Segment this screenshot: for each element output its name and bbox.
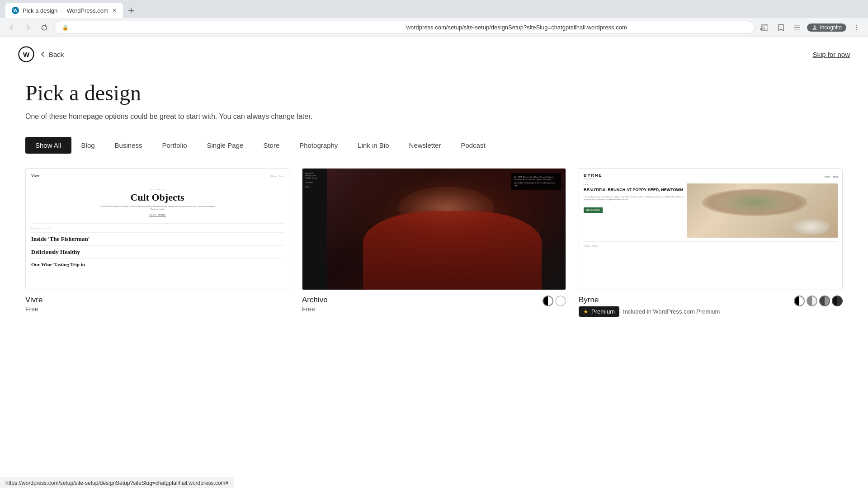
skip-for-now-link[interactable]: Skip for now (812, 51, 850, 58)
back-button[interactable]: Back (40, 51, 64, 58)
tab-close-button[interactable]: ✕ (112, 7, 117, 14)
byrne-style-4[interactable] (832, 296, 843, 306)
filter-tabs: Show All Blog Business Portfolio Single … (25, 137, 843, 154)
address-bar[interactable]: 🔒 wordpress.com/setup/site-setup/designS… (54, 21, 755, 34)
archivo-style-options (542, 296, 566, 306)
byrne-premium-included: Included in WordPress.com Premium (623, 308, 720, 315)
reload-button[interactable] (38, 21, 51, 34)
back-navigation-button[interactable] (5, 21, 18, 34)
filter-blog[interactable]: Blog (71, 137, 105, 154)
browser-status-bar: https://wordpress.com/setup/site-setup/d… (0, 478, 234, 488)
forward-navigation-button[interactable] (22, 21, 34, 34)
tab-title: Pick a design — WordPress.com (23, 7, 108, 14)
page-subtitle: One of these homepage options could be g… (25, 113, 843, 121)
filter-business[interactable]: Business (105, 137, 152, 154)
byrne-style-options (794, 296, 843, 306)
cast-icon[interactable] (758, 21, 771, 34)
filter-link-in-bio[interactable]: Link in Bio (348, 137, 399, 154)
archivo-preview: May 1973Wim CrouwelGraphic designCincinn… (302, 168, 566, 290)
filter-single-page[interactable]: Single Page (197, 137, 253, 154)
filter-newsletter[interactable]: Newsletter (399, 137, 451, 154)
byrne-style-3[interactable] (819, 296, 830, 306)
lock-icon: 🔒 (62, 24, 403, 31)
tab-favicon: W (12, 7, 19, 14)
filter-portfolio[interactable]: Portfolio (152, 137, 197, 154)
browser-extension-icon[interactable] (791, 21, 803, 34)
byrne-style-1[interactable] (794, 296, 805, 306)
byrne-premium-badge: ★ Premium (579, 306, 619, 317)
bookmark-icon[interactable] (774, 21, 787, 34)
new-tab-button[interactable] (125, 4, 137, 17)
vivre-theme-price: Free (25, 305, 42, 313)
browser-menu-button[interactable] (850, 21, 863, 34)
incognito-button[interactable]: Incognito (807, 23, 846, 32)
vivre-theme-name: Vivre (25, 296, 42, 305)
svg-point-5 (856, 29, 857, 30)
svg-point-2 (814, 25, 816, 28)
back-label: Back (49, 51, 64, 58)
wordpress-logo: W (18, 46, 34, 62)
byrne-style-2[interactable] (807, 296, 817, 306)
byrne-theme-name: Byrne (579, 296, 720, 305)
premium-star-icon: ★ (583, 308, 589, 315)
page-title: Pick a design (25, 80, 843, 105)
theme-card-byrne[interactable]: BYRNE Simply delicious. HomeBlog FEATURE… (579, 168, 843, 317)
archivo-theme-price: Free (302, 305, 328, 313)
svg-point-4 (856, 27, 857, 28)
browser-tab[interactable]: W Pick a design — WordPress.com ✕ (5, 3, 123, 18)
themes-grid: Vivre Home Blog Featured Cult Objects Th… (25, 168, 843, 317)
vivre-preview: Vivre Home Blog Featured Cult Objects Th… (25, 168, 289, 290)
filter-store[interactable]: Store (253, 137, 289, 154)
filter-show-all[interactable]: Show All (25, 137, 71, 154)
status-url: https://wordpress.com/setup/site-setup/d… (5, 480, 228, 486)
archivo-style-light[interactable] (555, 296, 566, 306)
filter-podcast[interactable]: Podcast (451, 137, 495, 154)
page-header: W Back Skip for now (0, 37, 868, 71)
theme-card-archivo[interactable]: May 1973Wim CrouwelGraphic designCincinn… (302, 168, 566, 317)
theme-card-vivre[interactable]: Vivre Home Blog Featured Cult Objects Th… (25, 168, 289, 317)
archivo-style-dark[interactable] (542, 296, 553, 306)
filter-photography[interactable]: Photography (289, 137, 348, 154)
svg-text:W: W (23, 51, 30, 58)
archivo-theme-name: Archivo (302, 296, 328, 305)
incognito-label: Incognito (820, 24, 842, 31)
byrne-preview: BYRNE Simply delicious. HomeBlog FEATURE… (579, 168, 843, 290)
svg-point-3 (856, 24, 857, 25)
premium-badge-label: Premium (591, 308, 615, 315)
url-text: wordpress.com/setup/site-setup/designSet… (406, 24, 747, 31)
